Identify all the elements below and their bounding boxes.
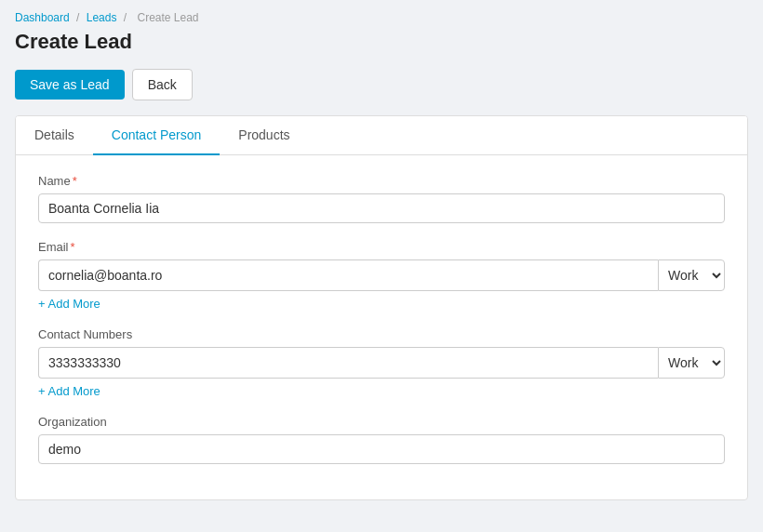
name-input[interactable] bbox=[38, 193, 725, 223]
contact-number-input[interactable] bbox=[38, 347, 658, 379]
contact-add-more[interactable]: + Add More bbox=[38, 384, 100, 398]
organization-group: Organization bbox=[38, 415, 725, 464]
breadcrumb-leads[interactable]: Leads bbox=[87, 11, 117, 24]
tab-details[interactable]: Details bbox=[16, 116, 93, 155]
page-title: Create Lead bbox=[15, 30, 748, 54]
tab-contact-person[interactable]: Contact Person bbox=[93, 116, 221, 155]
main-card: Details Contact Person Products Name* Em… bbox=[15, 115, 748, 500]
email-label: Email* bbox=[38, 240, 725, 254]
name-label: Name* bbox=[38, 174, 725, 188]
contact-type-select[interactable]: Work Home Other bbox=[658, 347, 725, 379]
tabs: Details Contact Person Products bbox=[16, 116, 747, 155]
breadcrumb: Dashboard / Leads / Create Lead bbox=[15, 11, 748, 24]
email-add-more[interactable]: + Add More bbox=[38, 297, 100, 311]
breadcrumb-dashboard[interactable]: Dashboard bbox=[15, 11, 70, 24]
email-type-select[interactable]: Work Home Other bbox=[658, 259, 725, 291]
organization-label: Organization bbox=[38, 415, 725, 429]
organization-input[interactable] bbox=[38, 434, 725, 464]
breadcrumb-current: Create Lead bbox=[137, 11, 198, 24]
name-group: Name* bbox=[38, 174, 725, 223]
email-input[interactable] bbox=[38, 259, 658, 291]
tab-products[interactable]: Products bbox=[220, 116, 308, 155]
email-group: Email* Work Home Other + Add More bbox=[38, 240, 725, 311]
action-bar: Save as Lead Back bbox=[15, 69, 748, 100]
contact-numbers-label: Contact Numbers bbox=[38, 327, 725, 341]
save-as-lead-button[interactable]: Save as Lead bbox=[15, 70, 125, 100]
back-button[interactable]: Back bbox=[132, 69, 193, 100]
email-input-row: Work Home Other bbox=[38, 259, 725, 291]
contact-input-row: Work Home Other bbox=[38, 347, 725, 379]
contact-person-form: Name* Email* Work Home Other + Add Mo bbox=[16, 155, 747, 499]
contact-numbers-group: Contact Numbers Work Home Other + Add Mo… bbox=[38, 327, 725, 398]
